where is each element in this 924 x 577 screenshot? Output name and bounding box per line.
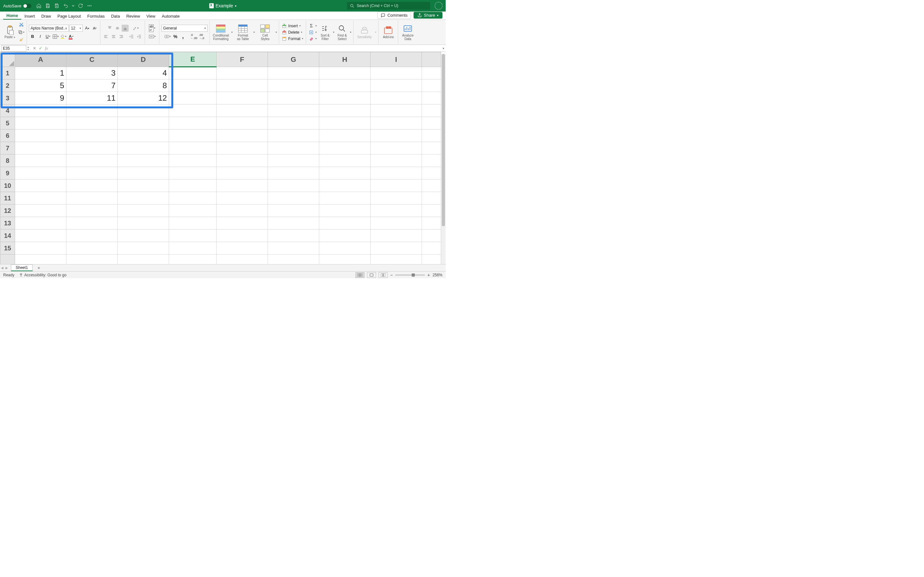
cell[interactable] bbox=[371, 179, 422, 192]
spreadsheet-grid[interactable]: A C D E F G H I 1 1 3 4 2 5 7 8 3 9 11 1… bbox=[0, 52, 446, 264]
cell[interactable] bbox=[422, 192, 441, 205]
cell[interactable] bbox=[15, 155, 66, 167]
row-header[interactable]: 6 bbox=[0, 129, 15, 142]
cell[interactable]: 11 bbox=[66, 92, 118, 105]
cell[interactable] bbox=[118, 179, 169, 192]
cell[interactable] bbox=[15, 105, 66, 117]
cell[interactable] bbox=[319, 205, 371, 217]
search-input[interactable]: Search (Cmd + Ctrl + U) bbox=[347, 2, 430, 10]
cell[interactable] bbox=[216, 167, 268, 179]
cell[interactable] bbox=[66, 167, 118, 179]
col-header-H[interactable]: H bbox=[319, 52, 371, 67]
cell[interactable] bbox=[118, 229, 169, 242]
row-header[interactable]: 3 bbox=[0, 92, 15, 105]
cell[interactable] bbox=[268, 92, 319, 105]
cell[interactable] bbox=[15, 117, 66, 129]
format-cells-button[interactable]: Format ▾ bbox=[281, 36, 304, 42]
cell[interactable] bbox=[422, 92, 441, 105]
cell[interactable]: 1 bbox=[15, 67, 66, 79]
align-middle-button[interactable] bbox=[114, 25, 121, 32]
cell[interactable] bbox=[169, 79, 216, 92]
cell[interactable] bbox=[15, 192, 66, 205]
cell[interactable] bbox=[216, 205, 268, 217]
cell[interactable] bbox=[319, 92, 371, 105]
cell[interactable] bbox=[15, 242, 66, 255]
cell[interactable] bbox=[169, 217, 216, 229]
enter-formula-icon[interactable]: ✓ bbox=[39, 46, 42, 51]
row-header[interactable]: 5 bbox=[0, 117, 15, 129]
add-sheet-button[interactable]: ＋ bbox=[35, 265, 42, 271]
name-box-stepper[interactable]: ▴▾ bbox=[26, 46, 30, 51]
vertical-scrollbar[interactable] bbox=[441, 54, 446, 264]
cell[interactable] bbox=[15, 229, 66, 242]
cell[interactable] bbox=[118, 255, 169, 264]
cell[interactable] bbox=[216, 67, 268, 79]
orientation-button[interactable]: ▾ bbox=[132, 25, 139, 32]
cell[interactable] bbox=[66, 205, 118, 217]
select-all-corner[interactable] bbox=[0, 52, 15, 67]
cell[interactable] bbox=[371, 217, 422, 229]
cell[interactable] bbox=[216, 129, 268, 142]
cell[interactable] bbox=[66, 155, 118, 167]
sheet-nav-prev[interactable]: ◀ bbox=[0, 266, 5, 269]
row-header[interactable]: 11 bbox=[0, 192, 15, 205]
cell[interactable] bbox=[169, 229, 216, 242]
cell[interactable] bbox=[319, 217, 371, 229]
fx-icon[interactable]: fx bbox=[45, 46, 48, 51]
increase-font-button[interactable]: A▴ bbox=[83, 25, 90, 32]
cell[interactable] bbox=[268, 192, 319, 205]
cell[interactable] bbox=[371, 105, 422, 117]
cell[interactable] bbox=[422, 67, 441, 79]
cell[interactable] bbox=[319, 242, 371, 255]
cell[interactable] bbox=[319, 179, 371, 192]
account-avatar[interactable] bbox=[435, 2, 443, 10]
cell[interactable] bbox=[169, 129, 216, 142]
cell[interactable] bbox=[118, 242, 169, 255]
delete-cells-button[interactable]: Delete ▾ bbox=[281, 29, 303, 35]
cell[interactable] bbox=[422, 242, 441, 255]
copy-button[interactable]: ▾ bbox=[18, 29, 25, 36]
cell[interactable] bbox=[169, 117, 216, 129]
cell[interactable]: 8 bbox=[118, 79, 169, 92]
cell[interactable] bbox=[371, 142, 422, 155]
cell[interactable] bbox=[319, 255, 371, 264]
align-right-button[interactable] bbox=[118, 33, 125, 40]
cell[interactable] bbox=[216, 92, 268, 105]
scrollbar-thumb[interactable] bbox=[442, 54, 445, 226]
autosave-toggle[interactable] bbox=[23, 4, 31, 8]
cell[interactable] bbox=[268, 117, 319, 129]
cell[interactable] bbox=[371, 255, 422, 264]
cell[interactable] bbox=[268, 217, 319, 229]
cell[interactable] bbox=[216, 155, 268, 167]
align-bottom-button[interactable] bbox=[121, 25, 129, 32]
row-header[interactable]: 1 bbox=[0, 67, 15, 79]
save-icon[interactable] bbox=[45, 3, 51, 9]
col-header-F[interactable]: F bbox=[216, 52, 268, 67]
cell[interactable] bbox=[268, 129, 319, 142]
cell[interactable] bbox=[66, 229, 118, 242]
tab-review[interactable]: Review bbox=[123, 13, 144, 19]
cell[interactable] bbox=[66, 117, 118, 129]
cell[interactable] bbox=[371, 117, 422, 129]
cell[interactable] bbox=[422, 205, 441, 217]
fill-color-button[interactable]: ▾ bbox=[60, 33, 67, 40]
cell[interactable] bbox=[118, 192, 169, 205]
cell[interactable] bbox=[216, 229, 268, 242]
cell[interactable] bbox=[216, 192, 268, 205]
cell[interactable] bbox=[118, 117, 169, 129]
redo-icon[interactable] bbox=[78, 3, 83, 9]
cell[interactable] bbox=[118, 205, 169, 217]
cell[interactable] bbox=[216, 179, 268, 192]
row-header[interactable]: 2 bbox=[0, 79, 15, 92]
cell[interactable] bbox=[422, 167, 441, 179]
normal-view-button[interactable] bbox=[355, 272, 365, 278]
cell[interactable] bbox=[216, 142, 268, 155]
cell[interactable] bbox=[422, 229, 441, 242]
cell-styles-button[interactable]: Cell Styles bbox=[256, 23, 274, 41]
sort-filter-button[interactable]: AZ Sort & Filter bbox=[318, 23, 331, 41]
save-as-icon[interactable] bbox=[54, 3, 60, 9]
cell[interactable] bbox=[371, 67, 422, 79]
row-header[interactable] bbox=[0, 255, 15, 264]
format-painter-button[interactable] bbox=[18, 37, 25, 44]
cell[interactable] bbox=[216, 242, 268, 255]
